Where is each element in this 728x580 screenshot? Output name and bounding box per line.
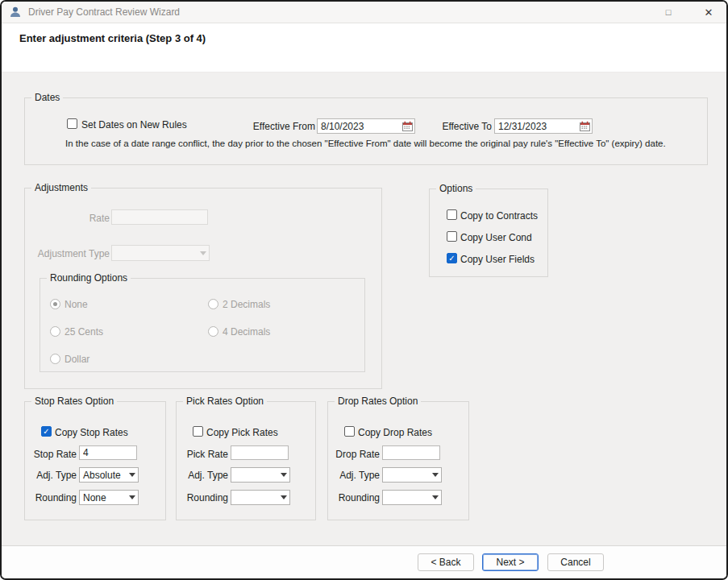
drop-adj-type-label: Adj. Type: [328, 470, 380, 481]
copy-user-cond-label: Copy User Cond: [460, 232, 532, 243]
effective-to-input[interactable]: [495, 121, 578, 132]
calendar-icon[interactable]: [578, 119, 592, 133]
dates-legend: Dates: [31, 92, 63, 104]
effective-from-label: Effective From: [227, 121, 315, 132]
pick-rate-label: Pick Rate: [177, 449, 228, 460]
copy-to-contracts-label: Copy to Contracts: [460, 210, 538, 222]
effective-to-label: Effective To: [403, 121, 492, 132]
copy-user-fields-checkbox[interactable]: ✓: [447, 253, 457, 263]
pick-adj-type-label: Adj. Type: [177, 470, 228, 481]
maximize-button[interactable]: □: [654, 2, 683, 23]
rounding-2-decimals-radio: [208, 299, 218, 309]
pick-rounding-label: Rounding: [177, 492, 228, 503]
pick-rate-input[interactable]: [231, 445, 289, 460]
rounding-options-legend: Rounding Options: [47, 272, 131, 284]
rounding-dollar-label: Dollar: [64, 354, 89, 365]
copy-pick-rates-label: Copy Pick Rates: [206, 427, 278, 438]
check-icon: ✓: [43, 428, 49, 436]
set-dates-label: Set Dates on New Rules: [81, 119, 187, 130]
rounding-options-groupbox: Rounding Options None 2 Decimals 25 Cent…: [40, 278, 365, 372]
date-conflict-note: In the case of a date range conflict, th…: [65, 139, 666, 148]
copy-stop-rates-label: Copy Stop Rates: [55, 427, 128, 438]
drop-adj-type-select[interactable]: [382, 467, 442, 483]
rounding-25-cents-radio: [50, 326, 60, 337]
rounding-2-decimals-label: 2 Decimals: [223, 299, 270, 310]
drop-rounding-select[interactable]: [382, 490, 442, 505]
copy-to-contracts-checkbox[interactable]: [447, 209, 457, 220]
chevron-down-icon: [126, 468, 138, 482]
window-title: Driver Pay Contract Review Wizard: [28, 6, 180, 18]
copy-user-fields-label: Copy User Fields: [460, 254, 535, 265]
rounding-25-cents-label: 25 Cents: [64, 326, 103, 338]
chevron-down-icon: [277, 491, 289, 504]
drop-rounding-label: Rounding: [328, 492, 380, 503]
stop-adj-type-label: Adj. Type: [25, 470, 77, 481]
stop-adj-type-select[interactable]: Absolute: [79, 467, 139, 483]
adjustments-legend: Adjustments: [31, 182, 91, 194]
adjustments-groupbox: Adjustments Rate Adjustment Type Roundin…: [24, 188, 382, 389]
maximize-icon: □: [666, 7, 672, 17]
pick-rates-legend: Pick Rates Option: [183, 396, 267, 408]
rounding-4-decimals-label: 4 Decimals: [223, 326, 270, 338]
rounding-none-radio: [50, 299, 60, 309]
close-icon: ✕: [705, 6, 713, 19]
stop-adj-type-value: Absolute: [80, 470, 126, 481]
check-icon: ✓: [448, 255, 455, 263]
copy-user-cond-checkbox[interactable]: [447, 231, 457, 242]
rounding-4-decimals-radio: [208, 326, 218, 337]
wizard-window: Driver Pay Contract Review Wizard □ ✕ En…: [0, 0, 728, 580]
copy-pick-rates-checkbox[interactable]: [193, 426, 203, 437]
rounding-dollar-radio: [50, 354, 60, 364]
stop-rounding-value: None: [80, 492, 126, 503]
stop-rate-label: Stop Rate: [25, 449, 77, 460]
wizard-step-header: Enter adjustment criteria (Step 3 of 4): [2, 23, 726, 72]
next-button[interactable]: Next >: [482, 553, 539, 571]
dates-groupbox: Dates Set Dates on New Rules Effective F…: [24, 97, 708, 165]
page-title: Enter adjustment criteria (Step 3 of 4): [19, 32, 206, 44]
stop-rounding-label: Rounding: [25, 492, 77, 503]
copy-stop-rates-checkbox[interactable]: ✓: [41, 426, 52, 437]
set-dates-checkbox[interactable]: [67, 118, 77, 129]
pick-rounding-select[interactable]: [231, 490, 290, 505]
drop-rates-legend: Drop Rates Option: [335, 396, 421, 408]
copy-drop-rates-checkbox[interactable]: [344, 426, 355, 437]
copy-drop-rates-label: Copy Drop Rates: [358, 427, 432, 438]
app-icon: [9, 6, 22, 19]
chevron-down-icon: [197, 246, 209, 260]
cancel-button[interactable]: Cancel: [547, 553, 604, 571]
adjustment-type-select: [111, 245, 210, 261]
stop-rates-legend: Stop Rates Option: [31, 396, 117, 408]
stop-rate-input[interactable]: [79, 445, 137, 460]
effective-to-field: [494, 118, 593, 134]
drop-rate-label: Drop Rate: [328, 449, 380, 460]
drop-rates-groupbox: Drop Rates Option Copy Drop Rates Drop R…: [327, 401, 469, 520]
rounding-none-label: None: [64, 299, 88, 310]
back-button[interactable]: < Back: [418, 553, 474, 571]
pick-rates-groupbox: Pick Rates Option Copy Pick Rates Pick R…: [176, 401, 316, 520]
drop-rate-input[interactable]: [382, 445, 440, 460]
adjustment-type-label: Adjustment Type: [29, 248, 110, 259]
titlebar: Driver Pay Contract Review Wizard □ ✕: [2, 2, 726, 23]
options-legend: Options: [436, 183, 476, 195]
stop-rounding-select[interactable]: None: [79, 490, 139, 505]
pick-adj-type-select[interactable]: [231, 467, 290, 483]
wizard-footer: < Back Next > Cancel: [2, 545, 726, 578]
effective-from-field: [317, 118, 415, 134]
chevron-down-icon: [277, 468, 289, 482]
effective-from-input[interactable]: [318, 121, 401, 132]
rate-input: [111, 209, 208, 225]
close-button[interactable]: ✕: [694, 2, 723, 23]
chevron-down-icon: [429, 491, 441, 504]
chevron-down-icon: [429, 468, 441, 482]
rate-label: Rate: [33, 213, 110, 224]
options-groupbox: Options Copy to Contracts Copy User Cond…: [429, 188, 548, 277]
stop-rates-groupbox: Stop Rates Option ✓ Copy Stop Rates Stop…: [24, 401, 166, 520]
chevron-down-icon: [126, 491, 138, 504]
